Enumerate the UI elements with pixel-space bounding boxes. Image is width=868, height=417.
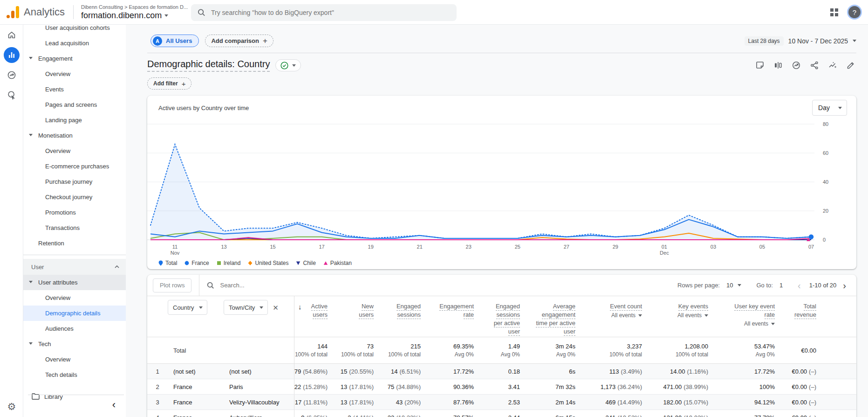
report-status-badge[interactable]	[275, 59, 301, 71]
legend-item-pakistan[interactable]: Pakistan	[323, 260, 352, 266]
global-search-input[interactable]	[211, 9, 450, 16]
sidebar-item-demographic-details[interactable]: Demographic details	[23, 306, 126, 321]
sidebar-item-tech-details[interactable]: Tech details	[23, 367, 126, 382]
insights-icon[interactable]	[791, 60, 802, 71]
sidebar-item-engagement[interactable]: Engagement	[23, 51, 126, 66]
column-header[interactable]: Key eventsAll events	[649, 296, 715, 337]
next-page-icon[interactable]: ›	[841, 281, 848, 290]
granularity-value: Day	[818, 104, 830, 111]
edit-icon[interactable]	[845, 60, 856, 71]
timeseries-chart[interactable]: 02040608011Nov13151719212325272901Dec030…	[147, 116, 856, 257]
explore-icon[interactable]	[0, 85, 23, 105]
sidebar-item-promotions[interactable]: Promotions	[23, 205, 126, 220]
table-row[interactable]: 2FranceParis22(15.28%)13(17.81%)75(34.88…	[147, 379, 856, 395]
column-header-line: per active	[494, 319, 520, 327]
admin-gear-icon[interactable]: ⚙	[0, 401, 23, 412]
goto-input[interactable]: 1	[779, 282, 783, 289]
sidebar-item-tech[interactable]: Tech	[23, 336, 126, 352]
main-content: A All Users Add comparison + Last 28 day…	[126, 25, 868, 417]
column-events-filter[interactable]: All events	[677, 312, 708, 319]
sidebar-item-overview[interactable]: Overview	[23, 290, 126, 306]
metric-percent: (34.88%)	[396, 383, 421, 390]
column-header[interactable]: Newusers	[334, 296, 380, 337]
sidebar-item-overview[interactable]: Overview	[23, 143, 126, 159]
sidebar-item-checkout-journey[interactable]: Checkout journey	[23, 189, 126, 205]
sidebar-item-overview[interactable]: Overview	[23, 352, 126, 367]
all-users-comparison-pill[interactable]: A All Users	[150, 35, 199, 47]
table-search-input[interactable]	[220, 282, 360, 289]
column-header-line: Average	[553, 302, 575, 311]
ab-compare-icon[interactable]	[772, 60, 784, 71]
legend-item-united-states[interactable]: United States	[248, 260, 288, 266]
sidebar-item-events[interactable]: Events	[23, 82, 126, 97]
home-icon[interactable]	[0, 25, 23, 45]
rows-per-page-value[interactable]: 10	[726, 282, 733, 289]
town-city-dimension-select[interactable]: Town/City	[224, 300, 268, 315]
sidebar-item-retention[interactable]: Retention	[23, 236, 126, 251]
help-icon[interactable]: ?	[848, 6, 861, 18]
column-header[interactable]: Engagedsessionsper activeuser	[480, 296, 526, 337]
sparkline-icon[interactable]	[827, 60, 838, 71]
sidebar-item-transactions[interactable]: Transactions	[23, 220, 126, 236]
date-range-picker[interactable]: Last 28 days 10 Nov - 7 Dec 2025	[745, 36, 856, 46]
sidebar-item-overview[interactable]: Overview	[23, 66, 126, 82]
rows-per-page-caret-icon[interactable]	[738, 284, 741, 286]
column-header[interactable]: Engagedsessions	[380, 296, 427, 337]
column-header-line: Active	[311, 302, 328, 311]
column-header[interactable]: User key eventrateAll events	[715, 296, 781, 337]
sidebar-item-monetisation[interactable]: Monetisation	[23, 128, 126, 143]
report-sidebar: User acquisition cohortsLead acquisition…	[23, 25, 126, 417]
dimension-label: Town/City	[229, 304, 255, 311]
advertising-icon[interactable]	[0, 65, 23, 85]
section-collapse-icon[interactable]	[115, 265, 119, 268]
collapse-sidebar-icon[interactable]: ‹	[112, 400, 116, 410]
table-row[interactable]: 4FranceAubervilliers9(6.25%)3(4.11%)22(1…	[147, 410, 856, 417]
analytics-logo-icon[interactable]	[7, 6, 19, 18]
note-icon[interactable]	[754, 60, 765, 71]
column-header[interactable]: Averageengagementtime per activeuser	[526, 296, 582, 337]
granularity-select[interactable]: Day	[812, 100, 847, 116]
sidebar-item-audiences[interactable]: Audiences	[23, 321, 126, 336]
sidebar-item-landing-page[interactable]: Landing page	[23, 112, 126, 128]
sort-descending-icon[interactable]: ↓	[298, 303, 302, 311]
metric-cell: 471.00(38.99%)	[649, 379, 715, 394]
sidebar-section-user[interactable]: User	[23, 259, 126, 275]
column-header[interactable]: Totalrevenue	[781, 296, 823, 337]
add-filter-button[interactable]: Add filter +	[147, 77, 191, 90]
legend-item-total[interactable]: Total	[158, 260, 177, 266]
reports-icon-active[interactable]	[0, 45, 23, 65]
sidebar-item-lead-acquisition[interactable]: Lead acquisition	[23, 35, 126, 51]
property-selector[interactable]: formation.dibenn.com	[81, 11, 188, 21]
column-events-filter[interactable]: All events	[611, 312, 642, 319]
total-value: 1.49	[508, 343, 520, 350]
granularity-caret-icon	[838, 107, 842, 109]
table-row[interactable]: 1(not set)(not set)79(54.86%)15(20.55%)1…	[147, 364, 856, 379]
metric-percent: (20%)	[404, 399, 421, 406]
column-events-filter[interactable]: All events	[744, 320, 775, 327]
table-search[interactable]	[199, 275, 677, 296]
column-header[interactable]: ↓Activeusers	[294, 296, 334, 337]
table-row[interactable]: 3FranceVelizy-Villacoublay17(11.81%)13(1…	[147, 395, 856, 410]
legend-item-ireland[interactable]: Ireland	[217, 260, 241, 266]
plot-rows-button[interactable]: Plot rows	[153, 278, 191, 292]
breadcrumb[interactable]: Dibenn Consulting > Espaces de formation…	[81, 4, 188, 10]
column-header[interactable]: Event countAll events	[582, 296, 649, 337]
apps-grid-icon[interactable]	[830, 8, 838, 16]
column-header[interactable]: Engagementrate	[427, 296, 480, 337]
metric-cell: 9(6.25%)	[294, 410, 334, 417]
sidebar-item-pages-and-screens[interactable]: Pages and screens	[23, 97, 126, 112]
remove-dimension-icon[interactable]: ✕	[273, 304, 279, 312]
global-search[interactable]	[191, 4, 457, 21]
metric-cell: 2m 14s	[526, 395, 582, 410]
sidebar-item-user-acquisition-cohorts[interactable]: User acquisition cohorts	[23, 25, 126, 35]
sidebar-item-purchase-journey[interactable]: Purchase journey	[23, 174, 126, 189]
add-comparison-button[interactable]: Add comparison +	[205, 35, 273, 47]
country-dimension-select[interactable]: Country	[168, 300, 207, 315]
legend-item-chile[interactable]: Chile	[296, 260, 315, 266]
sidebar-item-user-attributes[interactable]: User attributes	[23, 275, 126, 290]
legend-item-france[interactable]: France	[185, 260, 209, 266]
chevron-down-icon	[29, 57, 33, 59]
sidebar-item-e-commerce-purchases[interactable]: E-commerce purchases	[23, 159, 126, 174]
share-icon[interactable]	[809, 60, 820, 71]
prev-page-icon[interactable]: ‹	[796, 281, 803, 290]
